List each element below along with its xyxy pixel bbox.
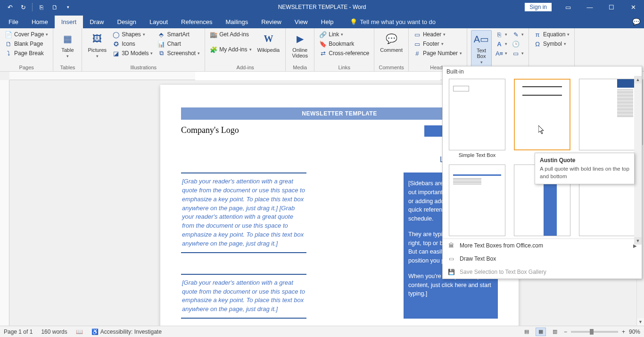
tab-home[interactable]: Home bbox=[25, 16, 55, 28]
page-number-button[interactable]: #Page Number bbox=[413, 49, 463, 58]
maximize-button[interactable]: ☐ bbox=[601, 0, 622, 14]
symbol-button[interactable]: ΩSymbol bbox=[533, 40, 570, 48]
zoom-slider[interactable] bbox=[571, 331, 618, 333]
page-status[interactable]: Page 1 of 1 bbox=[4, 329, 33, 335]
wordart-button[interactable]: A bbox=[495, 40, 508, 48]
tab-layout[interactable]: Layout bbox=[143, 16, 174, 28]
my-addins-button[interactable]: 🧩My Add-ins bbox=[209, 45, 252, 54]
spellcheck-button[interactable]: 📖 bbox=[76, 329, 83, 335]
pictures-button[interactable]: 🖼Pictures bbox=[86, 30, 108, 64]
comment-button[interactable]: 💬Comment bbox=[378, 30, 405, 64]
equation-button[interactable]: πEquation bbox=[533, 30, 570, 39]
undo-button[interactable]: ↶ bbox=[4, 1, 16, 13]
draw-textbox-label: Draw Text Box bbox=[460, 255, 496, 262]
wordart-icon: A bbox=[495, 40, 503, 48]
minimize-button[interactable]: — bbox=[579, 0, 601, 14]
object-button[interactable]: ▭ bbox=[511, 49, 525, 58]
more-textboxes-menu[interactable]: 🏛 More Text Boxes from Office.com ▶ bbox=[443, 239, 642, 252]
tab-design[interactable]: Design bbox=[111, 16, 143, 28]
page-break-button[interactable]: ⤵Page Break bbox=[4, 49, 49, 58]
cross-ref-button[interactable]: ⇄Cross-reference bbox=[318, 49, 370, 58]
tell-me-search[interactable]: 💡 Tell me what you want to do bbox=[350, 18, 436, 28]
tab-file[interactable]: File bbox=[2, 16, 25, 28]
text-box-button[interactable]: A▭Text Box bbox=[471, 30, 492, 70]
qat-customize-button[interactable]: ▾ bbox=[62, 1, 74, 13]
bookmark-label: Bookmark bbox=[329, 41, 354, 47]
header-button[interactable]: ▭Header bbox=[413, 30, 463, 39]
cover-page-button[interactable]: 📄Cover Page bbox=[4, 30, 49, 39]
dropcap-button[interactable]: A≡ bbox=[495, 49, 508, 58]
accessibility-status[interactable]: ♿Accessibility: Investigate bbox=[91, 329, 162, 335]
comment-label: Comment bbox=[380, 47, 403, 53]
web-layout-button[interactable]: ▥ bbox=[550, 328, 560, 336]
online-videos-button[interactable]: ▶Online Videos bbox=[289, 30, 310, 64]
tab-review[interactable]: Review bbox=[255, 16, 288, 28]
gallery-label-3: Banded Quote bbox=[461, 238, 494, 238]
link-button[interactable]: 🔗Link bbox=[318, 30, 370, 39]
icons-button[interactable]: ✪Icons bbox=[111, 40, 154, 48]
status-bar: Page 1 of 1 160 words 📖 ♿Accessibility: … bbox=[0, 326, 644, 337]
more-textboxes-label: More Text Boxes from Office.com bbox=[460, 242, 543, 249]
table-button[interactable]: ▦Table bbox=[57, 30, 78, 64]
quote-box-2[interactable]: [Grab your reader's attention with a gre… bbox=[181, 274, 306, 319]
zoom-level[interactable]: 90% bbox=[629, 329, 640, 335]
redo-button[interactable]: ↻ bbox=[17, 1, 29, 13]
smartart-button[interactable]: ⬘SmartArt bbox=[157, 30, 201, 39]
bookmark-button[interactable]: 🔖Bookmark bbox=[318, 40, 370, 48]
read-mode-button[interactable]: ▤ bbox=[521, 328, 532, 336]
touch-mode-button[interactable]: ⎘ bbox=[35, 1, 48, 13]
draw-textbox-menu[interactable]: ▭ Draw Text Box bbox=[443, 252, 642, 265]
get-addins-label: Get Add-ins bbox=[219, 31, 249, 38]
gallery-item-simple-text-box[interactable]: Simple Text Box bbox=[446, 79, 508, 162]
blank-page-button[interactable]: 🗋Blank Page bbox=[4, 40, 49, 48]
shapes-button[interactable]: ◯Shapes bbox=[111, 30, 154, 39]
print-layout-button[interactable]: ▦ bbox=[536, 328, 546, 336]
gallery-scroll-up-icon[interactable]: ▲ bbox=[634, 76, 642, 83]
gallery-item-austin-sidebar[interactable] bbox=[577, 79, 638, 162]
chart-button[interactable]: 📊Chart bbox=[157, 40, 201, 48]
quick-access-toolbar: ↶ ↻ ⎘ 🗋 ▾ bbox=[0, 1, 74, 13]
gallery-item-austin-quote[interactable]: Austi bbox=[512, 79, 573, 162]
illustrations-group-label: Illustrations bbox=[86, 64, 201, 70]
addin-icon: 🧩 bbox=[210, 46, 217, 53]
footer-button[interactable]: ▭Footer bbox=[413, 40, 463, 48]
tab-references[interactable]: References bbox=[174, 16, 219, 28]
zoom-thumb[interactable] bbox=[590, 329, 594, 335]
my-addins-label: My Add-ins bbox=[219, 46, 247, 53]
tab-help[interactable]: Help bbox=[314, 16, 340, 28]
scroll-down-icon[interactable]: ▼ bbox=[637, 318, 644, 326]
company-logo-text[interactable]: Company's Logo bbox=[181, 125, 239, 137]
tab-draw[interactable]: Draw bbox=[83, 16, 110, 28]
quickparts-button[interactable]: ⎘ bbox=[495, 30, 508, 39]
wikipedia-label: Wikipedia bbox=[257, 47, 280, 53]
gallery-scroll-down-icon[interactable]: ▼ bbox=[634, 237, 642, 245]
textbox-label: Text Box bbox=[477, 48, 486, 59]
signature-button[interactable]: ✎ bbox=[511, 30, 525, 39]
gallery-item-banded-quote[interactable]: Banded Quote bbox=[446, 164, 508, 238]
close-button[interactable]: ✕ bbox=[622, 0, 644, 14]
xref-label: Cross-reference bbox=[329, 50, 369, 57]
vertical-ruler[interactable] bbox=[0, 80, 9, 326]
header-icon: ▭ bbox=[413, 31, 421, 38]
word-count[interactable]: 160 words bbox=[41, 329, 67, 335]
gallery-scrollbar[interactable]: ▲ ▼ bbox=[634, 76, 642, 245]
get-addins-button[interactable]: 🏬Get Add-ins bbox=[209, 30, 252, 39]
tab-insert[interactable]: Insert bbox=[55, 16, 83, 28]
zoom-in-button[interactable]: + bbox=[622, 329, 625, 335]
tab-mailings[interactable]: Mailings bbox=[219, 16, 255, 28]
tab-view[interactable]: View bbox=[288, 16, 314, 28]
new-doc-button[interactable]: 🗋 bbox=[49, 1, 61, 13]
pagenum-icon: # bbox=[413, 49, 421, 57]
wikipedia-button[interactable]: WWikipedia bbox=[256, 30, 282, 64]
zoom-out-button[interactable]: − bbox=[564, 329, 567, 335]
chart-label: Chart bbox=[167, 41, 181, 47]
3d-models-button[interactable]: ◪3D Models bbox=[111, 49, 154, 58]
table-icon: ▦ bbox=[60, 31, 75, 46]
quote-box-1[interactable]: [Grab your reader's attention with a gre… bbox=[181, 173, 306, 253]
datetime-button[interactable]: 🕒 bbox=[511, 40, 525, 48]
ribbon-display-button[interactable]: ▭ bbox=[557, 0, 579, 14]
gallery-header: Built-in bbox=[443, 66, 642, 77]
share-button[interactable]: 💬 bbox=[632, 18, 640, 25]
sign-in-button[interactable]: Sign in bbox=[525, 3, 552, 11]
screenshot-button[interactable]: ⧉Screenshot bbox=[157, 49, 201, 58]
